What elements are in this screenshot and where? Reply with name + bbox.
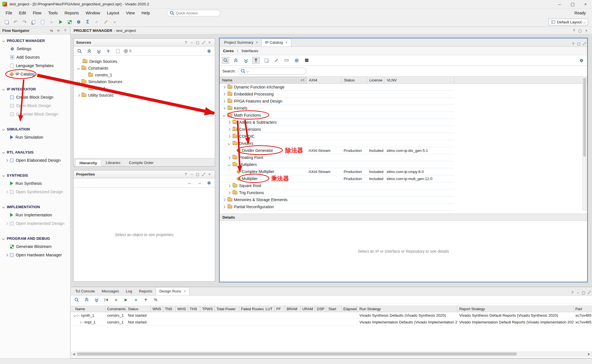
column-header[interactable]: Constraints bbox=[105, 306, 126, 312]
tree-item-constraints[interactable]: Constraints bbox=[74, 65, 215, 72]
column-header[interactable]: Run Strategy bbox=[358, 306, 458, 312]
settings-toolbar-button[interactable] bbox=[75, 19, 82, 25]
menu-window[interactable]: Window bbox=[82, 10, 104, 16]
chevron-right-icon[interactable] bbox=[228, 191, 231, 194]
menu-file[interactable]: File bbox=[2, 10, 16, 16]
column-header[interactable]: URAM bbox=[301, 306, 315, 312]
chevron-down-icon[interactable] bbox=[74, 314, 76, 317]
tab-log[interactable]: Log bbox=[122, 287, 136, 295]
customize-button[interactable] bbox=[273, 57, 280, 64]
tree-item-constrs-1[interactable]: constrs_1 bbox=[74, 72, 215, 78]
catalog-row-memories-storage[interactable]: Memories & Storage Elements bbox=[220, 196, 454, 203]
chevron-down-icon[interactable] bbox=[77, 67, 80, 70]
minimize-button[interactable]: – bbox=[553, 0, 566, 8]
column-header[interactable]: WNS bbox=[151, 306, 163, 312]
section-header-rtl-analysis[interactable]: RTL ANALYSIS bbox=[0, 148, 70, 156]
chevron-right-icon[interactable] bbox=[5, 190, 8, 193]
tree-item-sim-1[interactable]: sim_1 bbox=[74, 85, 215, 92]
chevron-right-icon[interactable] bbox=[5, 159, 8, 162]
section-header-implementation[interactable]: IMPLEMENTATION bbox=[0, 203, 70, 211]
filter-button[interactable] bbox=[252, 57, 260, 64]
expand-all-icon[interactable]: ≡ bbox=[56, 28, 61, 33]
sidebar-item-ip-catalog[interactable]: IP Catalog bbox=[0, 70, 70, 78]
chevron-right-icon[interactable] bbox=[228, 121, 231, 124]
undo-button[interactable]: ↶ bbox=[12, 19, 19, 25]
help-icon[interactable]: ? bbox=[62, 28, 68, 33]
search-button[interactable] bbox=[76, 48, 83, 54]
collapse-all-button[interactable] bbox=[85, 48, 93, 54]
column-header-vlnv[interactable]: VLNV bbox=[384, 77, 454, 83]
tree-item-simulation-sources[interactable]: Simulation Sources bbox=[74, 78, 215, 85]
chevron-right-icon[interactable] bbox=[223, 100, 226, 103]
chevron-right-icon[interactable] bbox=[228, 184, 231, 187]
percent-button[interactable]: % bbox=[152, 296, 159, 303]
section-header-simulation[interactable]: SIMULATION bbox=[0, 125, 70, 133]
sidebar-item-open-elaborated-design[interactable]: Open Elaborated Design bbox=[0, 156, 70, 165]
column-header[interactable]: Total Power bbox=[215, 306, 239, 312]
tree-item-utility-sources[interactable]: Utility Sources bbox=[74, 92, 215, 99]
sidebar-item-open-hardware-manager[interactable]: Open Hardware Manager bbox=[0, 251, 70, 259]
chevron-right-icon[interactable] bbox=[223, 86, 226, 88]
catalog-row-kernels[interactable]: Kernels bbox=[220, 105, 454, 112]
help-icon[interactable]: ? bbox=[569, 290, 575, 295]
help-icon[interactable]: ? bbox=[570, 41, 576, 46]
close-button[interactable]: × bbox=[579, 0, 592, 8]
forward-button[interactable]: → bbox=[196, 179, 203, 186]
section-header-program-and-debug[interactable]: PROGRAM AND DEBUG bbox=[0, 234, 70, 242]
help-icon[interactable]: ? bbox=[183, 40, 189, 45]
horizontal-scrollbar[interactable]: ◀ ▶ bbox=[71, 352, 592, 356]
column-header[interactable]: Name bbox=[74, 306, 105, 312]
chevron-right-icon[interactable] bbox=[228, 135, 231, 138]
vertical-scrollbar[interactable] bbox=[582, 76, 587, 210]
tab-hierarchy[interactable]: Hierarchy bbox=[75, 159, 101, 166]
column-header-status[interactable]: Status bbox=[341, 77, 367, 83]
chevron-right-icon[interactable] bbox=[223, 93, 226, 96]
column-header[interactable]: FF bbox=[275, 306, 285, 312]
menu-flow[interactable]: Flow bbox=[29, 10, 45, 16]
catalog-row-embedded-processing[interactable]: Embedded Processing bbox=[220, 91, 454, 98]
tree-item-design-sources[interactable]: Design Sources bbox=[74, 58, 215, 65]
open-project-button[interactable] bbox=[3, 19, 10, 25]
maximize-icon[interactable]: ⤢ bbox=[201, 172, 206, 177]
chevron-down-icon[interactable] bbox=[228, 163, 231, 166]
catalog-settings-button[interactable] bbox=[578, 57, 585, 64]
catalog-row-square-root[interactable]: Square Root bbox=[220, 182, 454, 189]
run-row-synth-1[interactable]: ▷ synth_1 constrs_1 Not started Vivado S… bbox=[71, 312, 592, 319]
column-header[interactable]: TPWS bbox=[200, 306, 215, 312]
menu-tools[interactable]: Tools bbox=[45, 10, 61, 16]
delete-button[interactable]: × bbox=[48, 19, 55, 25]
quick-access-search[interactable] bbox=[167, 10, 220, 16]
expand-all-button[interactable] bbox=[95, 48, 102, 54]
catalog-row-trig-functions[interactable]: Trig Functions bbox=[220, 189, 454, 196]
run-selected-button[interactable]: ▶ bbox=[122, 296, 130, 303]
report-button[interactable]: ✓ bbox=[93, 19, 100, 25]
column-header[interactable]: LUT bbox=[264, 306, 275, 312]
column-header-name[interactable]: Name ∧1 bbox=[220, 77, 306, 83]
menu-help[interactable]: Help bbox=[138, 10, 153, 16]
bitstream-toolbar-button[interactable] bbox=[66, 19, 73, 25]
catalog-row-divider-generator[interactable]: Divider Generator AXI4-Stream Production… bbox=[220, 147, 454, 154]
float-icon[interactable]: ▢ bbox=[581, 290, 586, 295]
catalog-row-conversions[interactable]: Conversions bbox=[220, 126, 454, 133]
sum-button[interactable]: Σ bbox=[84, 19, 91, 25]
sidebar-item-run-implementation[interactable]: Run Implementation bbox=[0, 211, 70, 219]
sidebar-item-language-templates[interactable]: Language Templates bbox=[0, 61, 70, 70]
target-button[interactable] bbox=[293, 57, 300, 64]
scroll-right-icon[interactable]: ▶ bbox=[587, 352, 591, 356]
close-tab-icon[interactable]: × bbox=[285, 40, 288, 45]
catalog-row-adders-subtracters[interactable]: Adders & Subtracters bbox=[220, 119, 454, 126]
redo-button[interactable]: ↷ bbox=[21, 19, 28, 25]
chevron-down-icon[interactable] bbox=[228, 142, 231, 145]
sidebar-item-run-simulation[interactable]: Run Simulation bbox=[0, 133, 70, 141]
column-header[interactable]: BRAM bbox=[285, 306, 301, 312]
catalog-search-input[interactable] bbox=[238, 68, 306, 75]
help-icon[interactable]: ? bbox=[183, 172, 189, 177]
chevron-right-icon[interactable] bbox=[228, 128, 231, 131]
maximize-icon[interactable]: ⤢ bbox=[201, 40, 206, 45]
stop-button[interactable] bbox=[303, 57, 310, 64]
catalog-row-fpga-features-and-design[interactable]: FPGA Features and Design bbox=[220, 98, 454, 105]
close-tab-icon[interactable]: × bbox=[184, 289, 186, 293]
maximize-icon[interactable]: ⤢ bbox=[586, 290, 592, 295]
paste-button[interactable] bbox=[39, 19, 46, 25]
float-icon[interactable]: ▢ bbox=[195, 40, 200, 45]
